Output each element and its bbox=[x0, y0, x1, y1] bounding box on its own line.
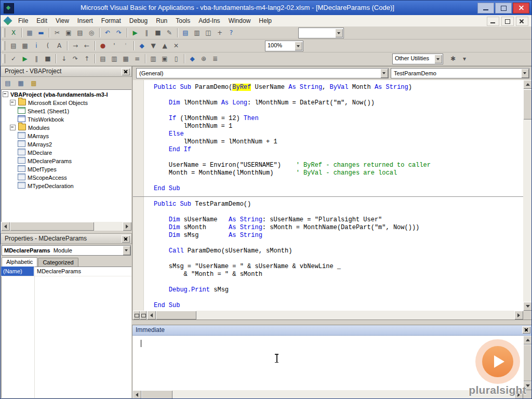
insert-userform-icon[interactable]: ▦ bbox=[24, 28, 35, 38]
toggle-breakpoint-icon[interactable]: ● bbox=[98, 41, 108, 51]
zoom-combo[interactable]: 100% bbox=[265, 41, 303, 51]
run-sub-icon[interactable]: ▶ bbox=[130, 28, 140, 38]
scroll-thumb[interactable] bbox=[523, 89, 532, 119]
view-microsoft-excel-icon[interactable]: X bbox=[8, 28, 19, 38]
bookmark-icon-2[interactable]: ◆ bbox=[187, 54, 197, 64]
help-icon[interactable]: ? bbox=[226, 28, 236, 38]
redo-icon[interactable]: ↷ bbox=[114, 28, 124, 38]
break-icon-2[interactable]: ∥ bbox=[31, 54, 42, 64]
same-size-icon[interactable]: ▣ bbox=[159, 54, 170, 64]
utilities-dropdown-icon[interactable]: ▾ bbox=[459, 54, 470, 64]
tree-item-marrays2[interactable]: MArrays2 bbox=[1, 140, 131, 149]
find-icon[interactable]: ◎ bbox=[86, 28, 97, 38]
immediate-vscrollbar[interactable] bbox=[523, 336, 532, 390]
procedure-dropdown[interactable]: TestParamDemo bbox=[391, 68, 529, 78]
step-out-icon[interactable]: ↑ bbox=[82, 54, 92, 64]
expander-minus-icon[interactable] bbox=[10, 100, 16, 105]
immediate-close-icon[interactable] bbox=[522, 326, 530, 334]
comment-block-icon[interactable]: ' bbox=[109, 41, 119, 51]
menu-add-ins[interactable]: Add-Ins bbox=[194, 15, 224, 26]
outdent-icon[interactable]: ← bbox=[82, 41, 92, 51]
indent-icon[interactable]: → bbox=[70, 41, 81, 51]
minimize-button[interactable] bbox=[477, 3, 494, 14]
child-minimize-button[interactable] bbox=[487, 17, 499, 26]
scroll-right-icon[interactable] bbox=[514, 311, 523, 320]
attach-icon[interactable]: ⊕ bbox=[198, 54, 209, 64]
other-utilities-combo[interactable]: Other Utilities bbox=[392, 54, 443, 64]
immediate-window-icon[interactable]: ▥ bbox=[109, 54, 119, 64]
child-restore-button[interactable] bbox=[501, 17, 514, 26]
project-tree[interactable]: VBAProject (vba-fundamentals-m3-lMicroso… bbox=[1, 89, 131, 222]
expander-minus-icon[interactable] bbox=[10, 125, 16, 130]
call-stack-icon[interactable]: ≡ bbox=[132, 54, 142, 64]
next-bookmark-icon[interactable]: ▼ bbox=[148, 41, 158, 51]
toggle-bookmark-icon[interactable]: ◆ bbox=[137, 41, 147, 51]
scroll-down-icon[interactable] bbox=[523, 302, 532, 311]
toolbar-empty-combo[interactable] bbox=[298, 28, 344, 38]
property-value[interactable]: MDeclareParams bbox=[34, 267, 81, 276]
complete-word-icon[interactable]: A bbox=[54, 41, 64, 51]
menu-tools[interactable]: Tools bbox=[171, 15, 194, 26]
list-constants-icon[interactable]: ▦ bbox=[20, 41, 30, 51]
tree-item-mdeftypes[interactable]: MDefTypes bbox=[1, 165, 131, 174]
child-close-button[interactable] bbox=[516, 17, 528, 26]
menu-edit[interactable]: Edit bbox=[32, 15, 51, 26]
reset-icon-2[interactable]: ■ bbox=[43, 54, 53, 64]
menu-window[interactable]: Window bbox=[224, 15, 255, 26]
compile-icon[interactable]: ✓ bbox=[8, 54, 19, 64]
property-name[interactable]: (Name) bbox=[1, 267, 34, 276]
properties-close-icon[interactable] bbox=[122, 235, 130, 243]
scroll-thumb[interactable] bbox=[523, 344, 532, 381]
chevron-down-icon[interactable] bbox=[380, 69, 388, 78]
chevron-down-icon[interactable] bbox=[335, 29, 343, 37]
restore-button[interactable] bbox=[495, 3, 512, 14]
expander-minus-icon[interactable] bbox=[3, 91, 8, 97]
save-icon[interactable]: ▬ bbox=[36, 28, 46, 38]
list-properties-icon[interactable]: ▤ bbox=[8, 41, 19, 51]
margin-indicator-bar[interactable] bbox=[133, 80, 144, 311]
menu-help[interactable]: Help bbox=[255, 15, 276, 26]
scroll-left-icon[interactable] bbox=[1, 222, 10, 231]
full-module-view-icon[interactable] bbox=[140, 311, 147, 320]
tree-item-modules[interactable]: Modules bbox=[1, 124, 131, 132]
quick-info-icon[interactable]: i bbox=[31, 41, 42, 51]
paste-icon[interactable]: ▤ bbox=[75, 28, 85, 38]
menu-run[interactable]: Run bbox=[152, 15, 171, 26]
break-icon[interactable]: ∥ bbox=[141, 28, 152, 38]
scroll-up-icon[interactable] bbox=[523, 336, 532, 344]
copy-icon[interactable]: ▣ bbox=[63, 28, 74, 38]
tree-item-sheet1-sheet1[interactable]: Sheet1 (Sheet1) bbox=[1, 107, 131, 115]
run-icon-2[interactable]: ▶ bbox=[20, 54, 30, 64]
previous-bookmark-icon[interactable]: ▲ bbox=[159, 41, 170, 51]
scroll-down-icon[interactable] bbox=[523, 381, 532, 390]
tree-item-marrays[interactable]: MArrays bbox=[1, 132, 131, 140]
procedure-view-icon[interactable] bbox=[133, 311, 140, 320]
menu-file[interactable]: File bbox=[14, 15, 32, 26]
menu-view[interactable]: View bbox=[51, 15, 73, 26]
scroll-thumb[interactable] bbox=[10, 222, 94, 231]
locals-window-icon[interactable]: ▤ bbox=[98, 54, 108, 64]
chevron-down-icon[interactable] bbox=[295, 42, 302, 50]
toggle-folders-icon[interactable]: ▩ bbox=[29, 78, 39, 88]
center-icon[interactable]: ▯ bbox=[171, 54, 181, 64]
scroll-left-icon[interactable] bbox=[147, 311, 156, 320]
menu-format[interactable]: Format bbox=[97, 15, 125, 26]
properties-grid[interactable]: (Name)MDeclareParams bbox=[1, 267, 131, 398]
scroll-thumb[interactable] bbox=[141, 390, 172, 399]
chevron-down-icon[interactable] bbox=[434, 55, 442, 63]
immediate-header[interactable]: Immediate bbox=[132, 325, 532, 336]
project-explorer-icon[interactable]: ▤ bbox=[180, 28, 191, 38]
scroll-up-icon[interactable] bbox=[523, 80, 532, 89]
watch-window-icon[interactable]: ▦ bbox=[121, 54, 131, 64]
view-code-icon[interactable]: ▤ bbox=[3, 78, 13, 88]
scroll-thumb[interactable] bbox=[156, 311, 196, 320]
properties-window-icon[interactable]: ▥ bbox=[192, 28, 202, 38]
tree-item-mdeclareparams[interactable]: MDeclareParams bbox=[1, 157, 131, 165]
project-tree-hscrollbar[interactable] bbox=[1, 222, 131, 231]
menu-debug[interactable]: Debug bbox=[125, 15, 152, 26]
properties-object-combo[interactable]: MDeclareParamsModule bbox=[2, 245, 131, 256]
view-object-icon[interactable]: ▦ bbox=[16, 78, 26, 88]
code-vscrollbar[interactable] bbox=[523, 80, 532, 311]
chevron-down-icon[interactable] bbox=[521, 69, 529, 78]
uncomment-block-icon[interactable]: ' bbox=[121, 41, 131, 51]
